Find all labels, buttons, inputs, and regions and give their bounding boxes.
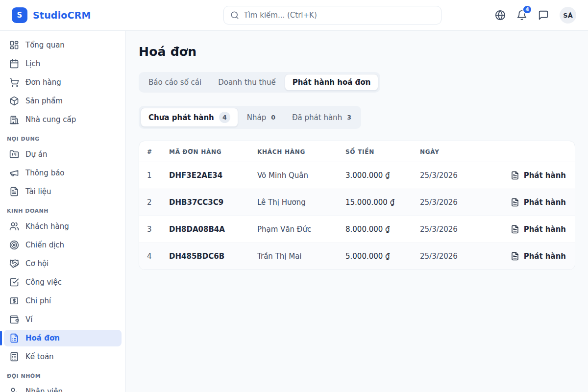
notification-count-badge: 4: [522, 5, 532, 14]
sidebar-item-label: Kế toán: [25, 352, 54, 361]
cell-order-code: DHB37CC3C9: [161, 189, 249, 216]
cell-date: 25/3/2026: [412, 189, 496, 216]
table-row: 4 DH485BDC6B Trần Thị Mai 5.000.000 ₫ 25…: [139, 243, 575, 270]
sidebar-item-tasks[interactable]: Công việc: [4, 274, 122, 291]
filter-chưa-phát-hành[interactable]: Chưa phát hành 4: [141, 108, 238, 127]
issue-invoice-label: Phát hành: [524, 198, 566, 207]
tab-bar-row: Báo cáo sổ cáiDoanh thu thuếPhát hành ho…: [139, 72, 575, 93]
sidebar-item-label: Khách hàng: [25, 222, 69, 231]
sidebar-item-label: Sản phẩm: [25, 97, 63, 105]
sidebar-item-opportunities[interactable]: Cơ hội: [4, 255, 122, 272]
sidebar-item-label: Chiến dịch: [25, 241, 64, 249]
sidebar-item-label: Tài liệu: [25, 187, 51, 196]
target-icon: [9, 240, 19, 250]
tab-báo-cáo-sổ-cái[interactable]: Báo cáo sổ cái: [141, 74, 209, 91]
top-header: S StudioCRM 4: [0, 0, 588, 31]
table-row: 3 DH8DA08B4A Phạm Văn Đức 8.000.000 ₫ 25…: [139, 216, 575, 243]
file-text-icon: [511, 171, 519, 180]
cell-customer: Lê Thị Hương: [249, 189, 338, 216]
table-row: 1 DHF3E2AE34 Võ Minh Quân 3.000.000 ₫ 25…: [139, 162, 575, 189]
sidebar-item-label: Tổng quan: [25, 41, 65, 49]
issue-invoice-button[interactable]: Phát hành: [510, 250, 567, 263]
sidebar-item-campaigns[interactable]: Chiến dịch: [4, 237, 122, 253]
sidebar-item-label: Dự án: [25, 150, 48, 159]
sidebar-item-expenses[interactable]: Chi phí: [4, 293, 122, 309]
sidebar-item-suppliers[interactable]: Nhà cung cấp: [4, 111, 122, 128]
tab-phát-hành-hoá-đơn[interactable]: Phát hành hoá đơn: [285, 74, 379, 91]
table-header-row: #MÃ ĐƠN HÀNGKHÁCH HÀNGSỐ TIỀNNGÀY: [139, 141, 575, 162]
search-box[interactable]: [223, 6, 441, 24]
sidebar-section-label: NỘI DUNG: [7, 136, 119, 142]
notifications-button[interactable]: 4: [513, 6, 531, 24]
cell-customer: Võ Minh Quân: [249, 162, 338, 189]
cell-index: 3: [139, 216, 161, 243]
sidebar-item-label: Ví: [25, 315, 32, 324]
page-title: Hoá đơn: [139, 45, 575, 59]
main-content: Hoá đơn Báo cáo sổ cáiDoanh thu thuếPhát…: [126, 31, 588, 392]
table-body: 1 DHF3E2AE34 Võ Minh Quân 3.000.000 ₫ 25…: [139, 162, 575, 270]
filter-count-badge: 0: [271, 114, 275, 121]
sidebar-item-orders[interactable]: Đơn hàng: [4, 74, 122, 91]
tab-doanh-thu-thuế[interactable]: Doanh thu thuế: [210, 74, 284, 91]
cell-amount: 15.000.000 ₫: [338, 189, 412, 216]
search-input[interactable]: [244, 11, 435, 20]
issue-invoice-button[interactable]: Phát hành: [510, 223, 567, 236]
sidebar-item-label: Chi phí: [25, 296, 51, 305]
sidebar-item-label: Nhà cung cấp: [25, 115, 76, 124]
column-header: NGÀY: [412, 141, 496, 162]
issue-invoice-button[interactable]: Phát hành: [510, 196, 567, 209]
chat-icon: [538, 10, 549, 21]
issue-invoice-label: Phát hành: [524, 171, 566, 180]
filter-count-badge: 3: [347, 114, 351, 121]
sidebar-item-employees[interactable]: Nhân viên: [4, 383, 122, 392]
issue-invoice-button[interactable]: Phát hành: [510, 169, 567, 182]
wallet-icon: [9, 315, 19, 324]
sidebar-item-projects[interactable]: Dự án: [4, 146, 122, 163]
language-button[interactable]: [491, 6, 510, 24]
sidebar-item-customers[interactable]: Khách hàng: [4, 218, 122, 235]
user-avatar[interactable]: SÁ: [560, 7, 576, 24]
shopping-cart-icon: [9, 77, 19, 87]
sidebar-item-products[interactable]: Sản phẩm: [4, 93, 122, 109]
folder-kanban-icon: [9, 149, 19, 159]
cell-index: 2: [139, 189, 161, 216]
cell-amount: 3.000.000 ₫: [338, 162, 412, 189]
filter-nháp[interactable]: Nháp 0: [239, 109, 283, 126]
check-square-icon: [9, 277, 19, 287]
sidebar-item-label: Lịch: [25, 59, 40, 68]
sidebar-item-documents[interactable]: Tài liệu: [4, 183, 122, 200]
header-center: [173, 6, 491, 24]
table-row: 2 DHB37CC3C9 Lê Thị Hương 15.000.000 ₫ 2…: [139, 189, 575, 216]
file-text-icon: [511, 198, 519, 207]
calculator-icon: [9, 352, 19, 362]
sidebar-item-accounting[interactable]: Kế toán: [4, 348, 122, 365]
handshake-icon: [9, 259, 19, 269]
cell-amount: 5.000.000 ₫: [338, 243, 412, 270]
issue-invoice-label: Phát hành: [524, 225, 566, 234]
sidebar-item-announcements[interactable]: Thông báo: [4, 165, 122, 181]
messages-button[interactable]: [534, 6, 553, 24]
column-header: SỐ TIỀN: [338, 141, 412, 162]
app-logo[interactable]: S StudioCRM: [12, 7, 91, 23]
sidebar: Tổng quan Lịch Đơn hàng Sản phẩm Nhà cun…: [0, 31, 126, 392]
file-text-icon: [9, 187, 19, 196]
app-title: StudioCRM: [33, 10, 91, 21]
package-icon: [9, 96, 19, 106]
cell-customer: Trần Thị Mai: [249, 243, 338, 270]
filter-đã-phát-hành[interactable]: Đã phát hành 3: [284, 109, 359, 126]
users-icon: [9, 221, 19, 231]
cell-index: 1: [139, 162, 161, 189]
file-text-icon: [511, 225, 519, 234]
sidebar-item-invoices[interactable]: Hoá đơn: [4, 330, 122, 346]
column-header: [496, 141, 575, 162]
header-actions: 4 SÁ: [491, 6, 576, 24]
sidebar-item-calendar[interactable]: Lịch: [4, 55, 122, 72]
sidebar-item-overview[interactable]: Tổng quan: [4, 37, 122, 53]
sidebar-section-label: ĐỘI NHÓM: [7, 373, 119, 379]
cell-date: 25/3/2026: [412, 162, 496, 189]
sidebar-item-label: Cơ hội: [25, 259, 49, 268]
sidebar-item-wallet[interactable]: Ví: [4, 311, 122, 328]
column-header: MÃ ĐƠN HÀNG: [161, 141, 249, 162]
tab-bar: Báo cáo sổ cáiDoanh thu thuếPhát hành ho…: [139, 72, 380, 93]
filter-bar: Chưa phát hành 4 Nháp 0 Đã phát hành 3: [139, 106, 361, 129]
